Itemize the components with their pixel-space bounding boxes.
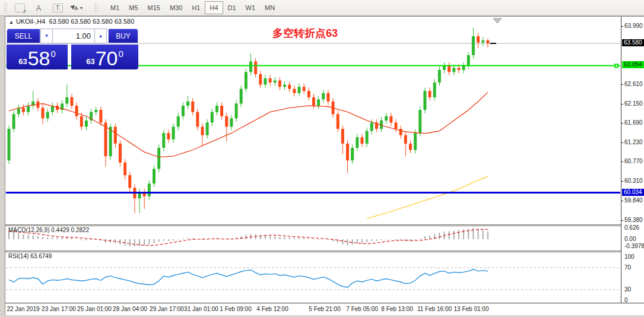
toolbar-grip[interactable] <box>4 2 7 13</box>
price-axis-tick-label: 63.990 <box>624 23 643 29</box>
one-click-trade-panel: SELL ▼ ▲ BUY 63580 63700 <box>7 28 138 69</box>
candle <box>235 104 238 119</box>
candle <box>264 78 267 85</box>
candle <box>75 106 78 116</box>
chart-annotation-text: 多空转折点63 <box>272 26 338 40</box>
buy-quote-button[interactable]: 63700 <box>71 45 138 69</box>
candle <box>360 137 363 144</box>
candle <box>395 122 398 129</box>
candle <box>481 40 484 43</box>
candle <box>65 97 68 104</box>
candle <box>472 36 475 55</box>
candle <box>317 99 320 106</box>
volume-decrease-button[interactable]: ▼ <box>40 28 53 43</box>
candle <box>457 68 460 70</box>
price-axis[interactable]: 63.99062.61062.15061.69061.23060.77060.3… <box>621 17 644 303</box>
candle <box>356 137 359 148</box>
macd-axis-label: 0.00 <box>624 236 636 242</box>
candle <box>22 108 25 112</box>
candle <box>351 148 354 160</box>
candle <box>80 116 83 127</box>
sell-quote-button[interactable]: 63580 <box>7 45 68 69</box>
candle <box>418 110 421 133</box>
toolbar: F A T ▾ M1M5M15M30H1H4D1W1MN <box>0 0 644 16</box>
chart-window: ▲UKOil-,H4 63.580 63.580 63.580 63.580 多… <box>5 16 644 315</box>
arrows-tool-button[interactable]: ▾ <box>67 1 86 14</box>
candle <box>278 80 281 87</box>
current-price-badge: 63.580 <box>622 39 644 46</box>
timeframe-button-D1[interactable]: D1 <box>223 1 241 14</box>
price-axis-tick <box>621 26 623 27</box>
sell-button[interactable]: SELL <box>7 28 40 43</box>
timeframe-button-M5[interactable]: M5 <box>124 1 142 14</box>
candle <box>254 62 257 74</box>
price-axis-tick <box>621 220 623 221</box>
rsi-line <box>9 270 488 288</box>
resistance-price-badge: 63.054 <box>622 61 644 68</box>
text-tool-button[interactable]: T <box>48 1 67 14</box>
label-tool-button[interactable]: A <box>29 1 48 14</box>
candle <box>385 116 388 121</box>
candle <box>123 163 126 175</box>
price-axis-tick-label: 60.310 <box>624 177 643 184</box>
timeframe-button-M30[interactable]: M30 <box>165 1 187 14</box>
rsi-indicator-panel[interactable]: RSI(14) 63.6749 <box>5 252 621 303</box>
buy-button[interactable]: BUY <box>108 28 138 43</box>
rsi-canvas[interactable] <box>5 252 621 303</box>
macd-axis-label: 0.626 <box>624 224 639 231</box>
candle <box>167 133 170 140</box>
rsi-label: RSI(14) 63.6749 <box>8 253 52 259</box>
timeframe-toolbar-grip[interactable] <box>94 2 97 13</box>
candle <box>8 129 11 160</box>
timeframe-button-H1[interactable]: H1 <box>187 1 205 14</box>
timeframe-button-MN[interactable]: MN <box>260 1 280 14</box>
support-price-badge: 60.034 <box>622 189 644 196</box>
candle <box>443 66 446 70</box>
candle <box>211 112 214 123</box>
candle <box>109 127 112 157</box>
timeframe-button-W1[interactable]: W1 <box>241 1 261 14</box>
candle <box>220 106 223 116</box>
price-axis-tick-label: 60.770 <box>624 158 643 164</box>
chevron-down-icon[interactable]: ▾ <box>80 5 83 11</box>
candle <box>27 106 30 112</box>
time-axis[interactable]: 22 Jan 201923 Jan 17:0025 Jan 01:0028 Ja… <box>5 303 644 315</box>
timeframe-button-M15[interactable]: M15 <box>143 1 165 14</box>
price-axis-tick-label: 61.690 <box>624 119 643 126</box>
candle <box>477 36 480 43</box>
candle <box>337 114 340 129</box>
candle <box>157 148 160 169</box>
candle <box>399 129 402 135</box>
timeframe-button-M1[interactable]: M1 <box>106 1 124 14</box>
candle <box>249 62 252 72</box>
candle <box>119 144 122 163</box>
label-tool-icon: A <box>36 4 42 12</box>
chart-shift-marker <box>493 18 502 23</box>
candle <box>346 144 349 160</box>
candle <box>341 129 344 144</box>
volume-increase-button[interactable]: ▲ <box>94 28 107 43</box>
macd-canvas[interactable] <box>5 226 621 251</box>
candle <box>452 68 455 72</box>
price-axis-tick <box>621 84 623 85</box>
buy-price-main: 70 <box>96 48 118 68</box>
arrows-tool-icon <box>71 4 79 11</box>
volume-input[interactable] <box>53 28 94 43</box>
candle <box>288 85 291 89</box>
candle <box>245 72 248 88</box>
timeframe-button-H4[interactable]: H4 <box>205 1 223 14</box>
fibonacci-tool-icon: F <box>15 4 25 12</box>
candle <box>366 131 369 144</box>
sell-price-prefix: 63 <box>18 57 27 66</box>
chart-symbol-title: UKOil-,H4 <box>16 18 46 25</box>
candle <box>298 87 301 93</box>
candle <box>230 118 233 126</box>
candle <box>409 144 412 150</box>
chart-ohlc-readout: 63.580 63.580 63.580 63.580 <box>49 18 135 25</box>
macd-label: MACD(12,26,9) 0.4429 0.2822 <box>8 227 89 233</box>
collapse-trade-panel-icon[interactable]: ▲ <box>9 20 14 25</box>
fibonacci-tool-button[interactable]: F <box>10 1 29 14</box>
rsi-axis-label: 70 <box>624 264 631 271</box>
candle <box>94 110 97 112</box>
macd-indicator-panel[interactable]: MACD(12,26,9) 0.4429 0.2822 <box>5 226 621 251</box>
